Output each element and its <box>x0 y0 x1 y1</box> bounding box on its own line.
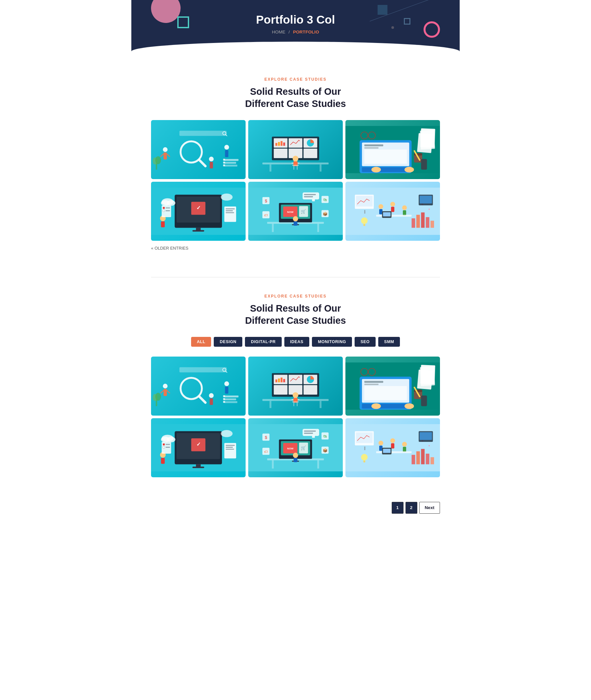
svg-text:✓: ✓ <box>196 442 201 447</box>
svg-rect-250 <box>412 455 415 464</box>
svg-rect-242 <box>303 429 319 436</box>
portfolio-item-8[interactable] <box>248 357 343 415</box>
svg-rect-23 <box>270 164 271 171</box>
svg-rect-50 <box>362 167 409 172</box>
svg-text:★: ★ <box>428 444 430 447</box>
svg-line-143 <box>167 390 170 393</box>
svg-rect-145 <box>225 386 228 394</box>
pagination: 1 2 Next <box>131 495 460 527</box>
section-2-title-line1: Solid Results of Our <box>250 303 341 314</box>
portfolio-item-7[interactable] <box>151 357 246 415</box>
svg-rect-41 <box>292 165 299 166</box>
svg-rect-204 <box>192 466 204 468</box>
svg-rect-113 <box>356 196 372 206</box>
svg-rect-168 <box>304 385 317 395</box>
svg-rect-128 <box>383 212 390 217</box>
svg-rect-58 <box>421 159 427 170</box>
svg-rect-82 <box>166 207 170 208</box>
svg-rect-159 <box>320 401 321 408</box>
svg-rect-222 <box>272 460 274 468</box>
svg-rect-119 <box>431 221 434 228</box>
svg-rect-117 <box>421 212 424 228</box>
filter-smm[interactable]: SMM <box>378 337 400 347</box>
svg-point-51 <box>371 167 381 172</box>
filter-all[interactable]: ALL <box>191 337 211 347</box>
svg-rect-152 <box>224 398 236 400</box>
svg-rect-88 <box>317 224 319 232</box>
svg-point-15 <box>155 156 161 164</box>
portfolio-item-10[interactable]: ✓ <box>151 418 246 477</box>
svg-text:NOW: NOW <box>287 447 293 450</box>
portfolio-item-3[interactable] <box>345 120 440 179</box>
filter-digital-pr[interactable]: DIGITAL-PR <box>245 337 281 347</box>
svg-rect-261 <box>376 451 412 453</box>
svg-text:📦: 📦 <box>323 212 328 216</box>
page-1-button[interactable]: 1 <box>392 502 403 514</box>
portfolio-item-5[interactable]: NOW 🛒 $ 🛍 🏷 📦 <box>248 182 343 241</box>
svg-rect-254 <box>431 457 434 464</box>
svg-rect-260 <box>403 447 406 452</box>
portfolio-item-6[interactable]: ★ ★ <box>345 182 440 241</box>
breadcrumb-home[interactable]: HOME <box>272 29 285 34</box>
portfolio-item-12[interactable]: ★ ★ <box>345 418 440 477</box>
svg-rect-141 <box>163 389 167 396</box>
portfolio-item-1[interactable] <box>151 120 246 179</box>
svg-line-7 <box>160 154 163 157</box>
svg-point-207 <box>167 437 175 442</box>
svg-rect-33 <box>304 149 317 158</box>
svg-rect-244 <box>304 431 316 432</box>
svg-rect-16 <box>224 159 238 161</box>
svg-text:🏷: 🏷 <box>264 213 268 217</box>
svg-point-73 <box>221 193 233 201</box>
svg-rect-116 <box>416 215 420 228</box>
svg-point-255 <box>379 441 383 445</box>
section-2-title: Solid Results of Our Different Case Stud… <box>151 302 440 327</box>
svg-point-259 <box>402 442 407 447</box>
filter-seo[interactable]: SEO <box>354 337 376 347</box>
svg-rect-78 <box>226 210 233 211</box>
filter-monitoring[interactable]: MONITORING <box>312 337 352 347</box>
svg-rect-212 <box>226 445 235 446</box>
svg-rect-121 <box>379 209 383 214</box>
svg-point-140 <box>163 383 168 388</box>
svg-rect-166 <box>274 385 287 395</box>
svg-rect-17 <box>224 162 236 164</box>
svg-point-129 <box>361 218 368 224</box>
svg-rect-214 <box>226 449 234 450</box>
svg-rect-151 <box>224 395 238 397</box>
svg-point-39 <box>292 156 298 161</box>
breadcrumb-sep: / <box>288 29 290 34</box>
svg-point-208 <box>221 430 233 437</box>
svg-rect-147 <box>210 398 213 405</box>
breadcrumb: HOME / PORTFOLIO <box>138 29 453 34</box>
older-entries[interactable]: « OLDER ENTRIES <box>151 246 440 251</box>
portfolio-item-4[interactable]: ✓ <box>151 182 246 241</box>
portfolio-item-9[interactable] <box>345 357 440 415</box>
filter-ideas[interactable]: IDEAS <box>284 337 310 347</box>
filter-design[interactable]: DESIGN <box>214 337 242 347</box>
portfolio-item-2[interactable] <box>248 120 343 179</box>
svg-rect-185 <box>362 404 409 408</box>
svg-text:$: $ <box>265 435 267 440</box>
portfolio-item-11[interactable]: NOW 🛒 $ 🛍 🏷 📦 <box>248 418 343 477</box>
svg-rect-223 <box>317 460 319 468</box>
section-2-label: EXPLORE CASE STUDIES <box>151 294 440 299</box>
svg-rect-24 <box>320 164 321 171</box>
svg-rect-219 <box>166 447 170 448</box>
svg-point-120 <box>379 204 383 209</box>
svg-text:NOW: NOW <box>287 211 293 214</box>
svg-rect-153 <box>224 401 238 403</box>
svg-rect-69 <box>192 230 204 231</box>
svg-rect-245 <box>304 433 313 434</box>
svg-point-257 <box>390 438 395 443</box>
svg-rect-118 <box>426 217 430 228</box>
svg-point-124 <box>402 205 407 210</box>
svg-rect-125 <box>403 210 406 216</box>
svg-rect-184 <box>365 386 407 400</box>
older-entries-link[interactable]: « OLDER ENTRIES <box>151 246 189 251</box>
svg-rect-35 <box>278 142 280 146</box>
page-2-button[interactable]: 2 <box>405 502 417 514</box>
svg-rect-190 <box>420 365 435 384</box>
svg-rect-84 <box>166 210 170 211</box>
next-button[interactable]: Next <box>419 502 440 514</box>
